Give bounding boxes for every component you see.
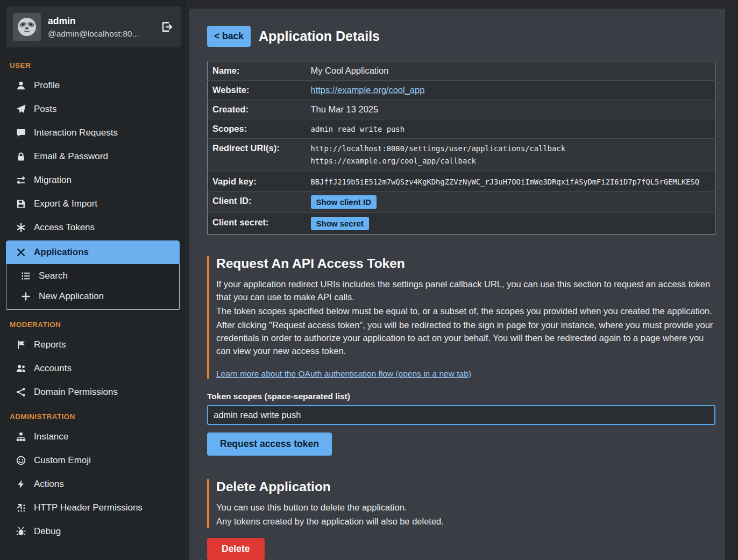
created-value: Thu Mar 13 2025 [311, 104, 379, 114]
sidebar-item-label: Interaction Requests [34, 127, 118, 138]
plus-icon [21, 292, 31, 301]
oauth-docs-link[interactable]: Learn more about the OAuth authenticatio… [216, 369, 471, 379]
nav-heading-administration: ADMINISTRATION [0, 404, 186, 425]
request-access-token-button[interactable]: Request access token [207, 433, 332, 456]
bug-icon [16, 527, 26, 536]
sidebar-item-applications[interactable]: Applications [6, 240, 180, 264]
sidebar-item-label: Actions [34, 479, 64, 490]
token-scopes-form: Token scopes (space-separated list) Requ… [207, 392, 715, 456]
sidebar-item-label: Search [39, 271, 68, 281]
bolt-icon [16, 479, 26, 489]
smile-icon [16, 456, 26, 465]
sidebar-item-label: Custom Emoji [34, 455, 91, 466]
logout-icon[interactable] [161, 21, 173, 33]
page-header: < back Application Details [207, 26, 715, 47]
applications-group: Applications Search New Application [6, 240, 180, 310]
table-row-created: Created: Thu Mar 13 2025 [208, 100, 715, 119]
migration-arrows-icon [16, 175, 26, 185]
floppy-save-icon [16, 199, 26, 209]
section-paragraph: Any tokens created by the application wi… [216, 515, 715, 528]
show-client-id-button[interactable]: Show client ID [311, 195, 377, 209]
row-label: Name: [208, 61, 307, 81]
sidebar-item-reports[interactable]: Reports [0, 333, 186, 357]
arrow-up-dots-icon [16, 503, 26, 513]
back-button[interactable]: < back [207, 26, 251, 47]
sidebar-item-posts[interactable]: Posts [0, 97, 186, 121]
user-icon [16, 81, 26, 90]
list-icon [21, 271, 31, 281]
sidebar-item-debug[interactable]: Debug [0, 520, 186, 543]
sidebar-item-label: HTTP Header Permissions [34, 502, 143, 513]
user-name: admin [48, 16, 139, 27]
applications-submenu: Search New Application [6, 264, 180, 310]
table-row-client-secret: Client secret: Show secret [208, 212, 715, 234]
sidebar-item-domain-permissions[interactable]: Domain Permissions [0, 380, 186, 404]
table-row-redirect-uris: Redirect URI(s): http://localhost:8080/s… [208, 139, 715, 172]
sidebar-item-migration[interactable]: Migration [0, 168, 186, 192]
page-title: Application Details [259, 29, 380, 44]
sidebar-item-profile[interactable]: Profile [0, 74, 186, 97]
sitemap-icon [16, 432, 26, 442]
user-handle: @admin@localhost:80... [48, 29, 139, 39]
sidebar-item-label: Domain Permissions [34, 387, 118, 398]
avatar [13, 13, 41, 41]
redirect-uri-2: https://example.org/cool_app/callback [311, 155, 711, 167]
sidebar-item-label: Email & Password [34, 151, 108, 162]
section-paragraph: If your application redirect URIs includ… [216, 278, 715, 304]
sidebar-item-search[interactable]: Search [6, 266, 179, 286]
sidebar: admin @admin@localhost:80... USER Profil… [0, 0, 186, 560]
app-root: admin @admin@localhost:80... USER Profil… [0, 0, 738, 560]
sidebar-item-actions[interactable]: Actions [0, 472, 186, 496]
table-row-name: Name: My Cool Application [208, 61, 715, 81]
flag-icon [16, 340, 26, 350]
section-paragraph: You can use this button to delete the ap… [216, 501, 715, 514]
delete-button[interactable]: Delete [207, 538, 265, 560]
show-secret-button[interactable]: Show secret [311, 217, 369, 230]
sidebar-item-new-application[interactable]: New Application [6, 286, 179, 307]
sidebar-item-label: Instance [34, 431, 68, 442]
sidebar-item-instance[interactable]: Instance [0, 425, 186, 449]
sidebar-item-email-password[interactable]: Email & Password [0, 145, 186, 168]
vapid-key-value: BBJffJ219b5iE512m7wQSzv4KgKDhgZZVzNyWC_r… [311, 178, 700, 186]
sidebar-item-label: Profile [34, 80, 60, 91]
content-area: < back Application Details Name: My Cool… [186, 0, 738, 560]
row-label: Scopes: [208, 119, 307, 139]
token-scopes-input[interactable] [207, 405, 715, 425]
nav-heading-moderation: MODERATION [0, 312, 186, 333]
website-link[interactable]: https://example.org/cool_app [311, 85, 425, 95]
row-label: Vapid key: [208, 172, 307, 191]
sidebar-item-label: Posts [34, 104, 57, 115]
sidebar-item-http-header-permissions[interactable]: HTTP Header Permissions [0, 496, 186, 520]
sidebar-item-label: Migration [34, 175, 72, 186]
token-scopes-label: Token scopes (space-separated list) [207, 392, 715, 401]
lock-icon [16, 152, 26, 161]
application-details-panel: < back Application Details Name: My Cool… [189, 9, 725, 560]
sidebar-item-label: Debug [34, 526, 61, 537]
comment-icon [16, 128, 26, 138]
scopes-value: admin read write push [311, 125, 405, 133]
name-value: My Cool Application [311, 66, 389, 75]
sidebar-item-export-import[interactable]: Export & Import [0, 192, 186, 216]
table-row-client-id: Client ID: Show client ID [208, 191, 715, 212]
request-token-section: Request An API Access Token If your appl… [207, 256, 715, 379]
row-label: Website: [208, 81, 307, 100]
nav-heading-user: USER [0, 53, 186, 74]
row-label: Created: [208, 100, 307, 119]
sidebar-item-label: New Application [39, 291, 104, 302]
section-paragraph: The token scopes specified below must be… [216, 305, 715, 318]
delete-application-section: Delete Application You can use this butt… [207, 479, 715, 528]
section-title: Delete Application [216, 479, 715, 494]
sidebar-item-access-tokens[interactable]: Access Tokens [0, 216, 186, 239]
table-row-scopes: Scopes: admin read write push [208, 119, 715, 139]
section-title: Request An API Access Token [216, 256, 715, 271]
application-details-table: Name: My Cool Application Website: https… [207, 61, 715, 235]
row-label: Redirect URI(s): [208, 139, 307, 172]
user-card[interactable]: admin @admin@localhost:80... [6, 6, 181, 47]
sidebar-item-custom-emoji[interactable]: Custom Emoji [0, 449, 186, 472]
tools-icon [16, 247, 26, 257]
sidebar-item-interaction-requests[interactable]: Interaction Requests [0, 121, 186, 145]
users-icon [16, 364, 26, 373]
sidebar-item-accounts[interactable]: Accounts [0, 357, 186, 380]
row-label: Client secret: [208, 212, 307, 234]
sidebar-item-label: Applications [34, 247, 89, 258]
